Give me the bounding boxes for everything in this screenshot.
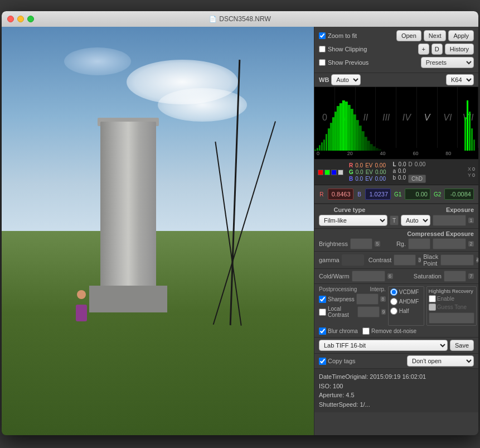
cold-warm-input[interactable]: 0.00 [352, 271, 385, 282]
channel-swatches [318, 170, 343, 175]
blur-chroma-label[interactable]: Blur chroma [319, 327, 358, 335]
interp-label: Interp. [370, 286, 385, 292]
remove-dot-noise-label[interactable]: Remove dot-noise [362, 327, 416, 335]
highlights-value[interactable]: 0.00 [429, 312, 474, 324]
cloud3 [64, 47, 131, 75]
open-button[interactable]: Open [396, 30, 421, 41]
row-3: Show Previous Presets [319, 57, 474, 68]
photo-placeholder [2, 27, 314, 435]
save-row: Lab TIFF 16-bit Save [314, 337, 478, 353]
svg-rect-27 [467, 100, 468, 151]
zoom-to-fit-checkbox[interactable] [319, 32, 326, 39]
cloud2 [158, 88, 247, 122]
svg-rect-14 [348, 105, 351, 151]
exposure-input[interactable]: 0.00 [433, 215, 466, 226]
saturation-input[interactable]: 0 [444, 271, 466, 282]
x-value: 0 [472, 166, 475, 172]
row-2: Show Clipping + D History [319, 44, 474, 55]
vcdmf-radio[interactable] [390, 288, 397, 296]
svg-rect-29 [471, 128, 473, 151]
local-contrast-label: Local Contrast [328, 306, 356, 318]
scale-40: 40 [380, 151, 386, 156]
gamma-input[interactable]: 2.2 [342, 254, 364, 266]
exposure-auto-select[interactable]: Auto [401, 215, 430, 226]
compressed-exposure-input[interactable]: 0.00 [433, 238, 466, 249]
monument [89, 88, 167, 313]
guess-tone-checkbox[interactable] [429, 304, 436, 311]
maximize-button[interactable] [27, 16, 34, 22]
close-button[interactable] [7, 16, 14, 22]
black-point-input[interactable]: 0.00 [440, 254, 474, 266]
copy-tags-checkbox[interactable] [319, 358, 326, 365]
scale-60: 60 [413, 151, 418, 156]
sharpness-label: Sharpness [328, 296, 355, 302]
d-button[interactable]: D [431, 44, 443, 55]
rg-input[interactable]: 2.0 [408, 238, 430, 249]
highlights-label: Highlights Recovery [429, 288, 474, 294]
ahdmf-label: AHDMF [399, 298, 419, 305]
show-previous-label[interactable]: Show Previous [319, 59, 369, 66]
g1-channel-value: 0.00 [405, 189, 430, 200]
apply-button[interactable]: Apply [448, 30, 474, 41]
copy-row: Copy tags Don't open [314, 353, 478, 368]
show-previous-checkbox[interactable] [319, 59, 326, 66]
d-label: D [409, 161, 413, 167]
a-label: a [393, 168, 396, 174]
b-channel-label2: B [357, 191, 362, 197]
svg-rect-12 [342, 100, 345, 151]
wb-select[interactable]: Auto [331, 74, 361, 85]
highlights-enable-checkbox[interactable] [429, 295, 436, 302]
remove-dot-noise-checkbox[interactable] [362, 327, 370, 335]
person-head [77, 290, 86, 299]
presets-select[interactable]: Presets [421, 57, 474, 68]
curve-type-select[interactable]: Film-like [319, 215, 387, 226]
cold-warm-saturation-row: Cold/Warm 0.00 6 Saturation 0 7 [314, 268, 478, 283]
sharpness-input[interactable]: 20.0 [356, 293, 379, 305]
zoom-to-fit-label[interactable]: Zoom to fit [319, 32, 357, 39]
r-ev-label: EV [365, 162, 372, 168]
vcdmf-row: VCDMF [390, 288, 422, 296]
half-row: Half [390, 307, 422, 315]
curve-toggle[interactable]: T [390, 215, 399, 225]
l-value: 0.0 [399, 161, 406, 167]
k-select[interactable]: K64 [446, 74, 474, 85]
local-contrast-input[interactable]: 0 [357, 306, 380, 317]
show-clipping-label[interactable]: Show Clipping [319, 46, 367, 52]
y-label: Y [468, 172, 471, 178]
next-button[interactable]: Next [424, 30, 447, 41]
save-button[interactable]: Save [450, 340, 474, 351]
svg-rect-16 [353, 114, 356, 151]
r-channel-label2: R [319, 191, 324, 197]
copy-tags-label[interactable]: Copy tags [319, 358, 356, 365]
history-button[interactable]: History [445, 44, 474, 55]
swatch-r [318, 170, 323, 175]
blur-chroma-checkbox[interactable] [319, 327, 326, 335]
traffic-lights [7, 16, 34, 22]
scale-0: 0 [317, 151, 319, 156]
contrast-input[interactable]: 0 [394, 254, 416, 266]
local-contrast-checkbox[interactable] [319, 309, 326, 316]
format-select[interactable]: Lab TIFF 16-bit [319, 340, 448, 351]
ahdmf-radio[interactable] [390, 298, 397, 305]
minimize-button[interactable] [17, 16, 24, 22]
titlebar: 📄 DSCN3548.NRW [2, 11, 478, 27]
plus-button[interactable]: + [418, 44, 429, 55]
svg-rect-7 [330, 123, 332, 151]
swatch-b [331, 170, 337, 175]
svg-rect-28 [469, 112, 471, 151]
chd-button[interactable]: ChD [408, 175, 426, 183]
half-radio[interactable] [390, 307, 397, 315]
show-clipping-checkbox[interactable] [319, 46, 326, 52]
file-icon: 📄 [209, 16, 217, 23]
postproc-label: Postprocessing [319, 286, 357, 292]
svg-rect-26 [464, 117, 466, 151]
main-content: Zoom to fit Open Next Apply Show Clippin… [2, 27, 478, 435]
open-option-select[interactable]: Don't open [407, 355, 474, 367]
compressed-exposure-row: Compressed Exposure Brightness 50 5 Rg. … [314, 228, 478, 251]
sharpness-checkbox[interactable] [319, 296, 326, 303]
g-channel-label: G [349, 169, 353, 175]
contrast-label: Contrast [369, 257, 392, 263]
meta-iso: ISO: 100 [319, 382, 474, 391]
brightness-input[interactable]: 50 [350, 238, 372, 249]
r-channel-value: 0.8463 [328, 189, 353, 200]
